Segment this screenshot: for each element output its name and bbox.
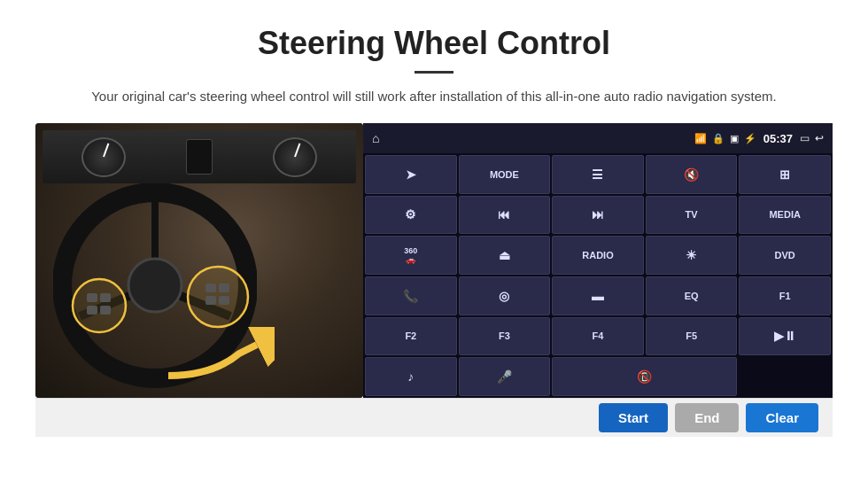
svg-rect-9 <box>87 306 97 315</box>
list-icon: ☰ <box>592 167 603 182</box>
next-icon: ⏭ <box>592 207 604 222</box>
svg-point-5 <box>73 279 126 332</box>
btn-eq[interactable]: EQ <box>646 276 738 315</box>
prev-icon: ⏮ <box>498 207 510 222</box>
panel-statusbar: ⌂ 📶 🔒 ▣ ⚡ 05:37 ▭ ↩ <box>363 123 833 153</box>
btn-f2[interactable]: F2 <box>365 317 457 356</box>
btn-nav[interactable]: ➤ <box>365 155 457 194</box>
btn-mic[interactable]: 🎤 <box>459 357 551 396</box>
btn-list[interactable]: ☰ <box>552 155 644 194</box>
eject-icon: ⏏ <box>499 248 510 262</box>
dash-icon: ▬ <box>592 289 604 303</box>
btn-eject[interactable]: ⏏ <box>459 236 551 275</box>
mode-label: MODE <box>490 169 519 180</box>
start-button[interactable]: Start <box>599 403 668 432</box>
btn-mode[interactable]: MODE <box>459 155 551 194</box>
bottom-bar: Start End Clear <box>35 398 833 437</box>
end-button[interactable]: End <box>675 403 739 432</box>
f1-label: F1 <box>779 291 791 301</box>
brightness-icon: ☀ <box>686 248 697 262</box>
btn-media[interactable]: MEDIA <box>739 196 831 235</box>
status-time: 05:37 <box>763 132 793 145</box>
page-title: Steering Wheel Control <box>35 25 833 62</box>
btn-prev[interactable]: ⏮ <box>459 196 551 235</box>
status-extra: ▭ ↩ <box>800 132 824 144</box>
control-panel: ⌂ 📶 🔒 ▣ ⚡ 05:37 ▭ ↩ ➤ MODE ☰ <box>363 123 833 398</box>
btn-music[interactable]: ♪ <box>365 357 457 396</box>
status-icons: 📶 🔒 ▣ ⚡ <box>694 133 756 144</box>
btn-next[interactable]: ⏭ <box>552 196 644 235</box>
btn-callend[interactable]: 📵 <box>552 357 737 396</box>
swipe-icon: ◎ <box>499 289 509 303</box>
mute-icon: 🔇 <box>684 167 699 182</box>
radio-label: RADIO <box>582 250 613 260</box>
home-icon: ⌂ <box>372 131 379 145</box>
playpause-icon: ▶⏸ <box>774 329 796 343</box>
btn-tv[interactable]: TV <box>646 196 738 235</box>
svg-point-6 <box>188 267 248 327</box>
phone-icon: 📞 <box>403 289 418 303</box>
svg-rect-10 <box>100 306 111 315</box>
svg-rect-8 <box>100 293 111 302</box>
btn-dash[interactable]: ▬ <box>552 276 644 315</box>
btn-f1[interactable]: F1 <box>739 276 831 315</box>
tv-label: TV <box>686 209 698 220</box>
nav-icon: ➤ <box>406 167 416 182</box>
btn-apps[interactable]: ⊞ <box>739 155 831 194</box>
svg-rect-12 <box>219 284 229 292</box>
subtitle: Your original car's steering wheel contr… <box>35 86 833 107</box>
media-label: MEDIA <box>769 209 800 220</box>
btn-brightness[interactable]: ☀ <box>646 236 738 275</box>
bt-icon: ⚡ <box>744 133 756 144</box>
svg-rect-11 <box>205 284 216 292</box>
sd-icon: ▣ <box>730 133 739 144</box>
clear-button[interactable]: Clear <box>746 403 818 432</box>
svg-rect-13 <box>205 296 216 305</box>
steering-wheel-image <box>35 123 363 398</box>
btn-radio[interactable]: RADIO <box>552 236 644 275</box>
btn-mute[interactable]: 🔇 <box>646 155 738 194</box>
settings-icon: ⚙ <box>405 207 416 222</box>
btn-f5[interactable]: F5 <box>646 317 738 356</box>
wifi-icon: 📶 <box>694 133 707 144</box>
f3-label: F3 <box>499 330 510 341</box>
f4-label: F4 <box>593 330 604 341</box>
dashboard <box>43 130 356 183</box>
btn-dvd[interactable]: DVD <box>739 236 831 275</box>
page-container: Steering Wheel Control Your original car… <box>0 0 868 437</box>
callend-icon: 📵 <box>637 369 652 384</box>
title-section: Steering Wheel Control Your original car… <box>35 25 833 107</box>
arrow-svg <box>159 327 275 389</box>
btn-phone[interactable]: 📞 <box>365 276 457 315</box>
content-area: ⌂ 📶 🔒 ▣ ⚡ 05:37 ▭ ↩ ➤ MODE ☰ <box>35 123 833 398</box>
btn-f3[interactable]: F3 <box>459 317 551 356</box>
eq-label: EQ <box>685 291 699 301</box>
apps-icon: ⊞ <box>779 167 790 182</box>
music-icon: ♪ <box>407 369 414 384</box>
btn-swipe[interactable]: ◎ <box>459 276 551 315</box>
title-divider <box>415 71 453 74</box>
back-icon: ↩ <box>815 132 824 144</box>
mic-icon: 🎤 <box>497 369 512 384</box>
btn-360[interactable]: 360🚗 <box>365 236 457 275</box>
btn-f4[interactable]: F4 <box>552 317 644 356</box>
dvd-label: DVD <box>775 250 795 260</box>
screen-icon: ▭ <box>800 132 810 144</box>
btn-playpause[interactable]: ▶⏸ <box>739 317 831 356</box>
btn-settings[interactable]: ⚙ <box>365 196 457 235</box>
f2-label: F2 <box>405 330 416 341</box>
gauge-left <box>81 137 126 177</box>
svg-rect-7 <box>87 293 97 302</box>
gauge-right <box>273 137 317 177</box>
panel-grid: ➤ MODE ☰ 🔇 ⊞ ⚙ ⏮ ⏭ TV MEDIA 360🚗 ⏏ RADIO… <box>363 153 833 398</box>
360-label: 360🚗 <box>404 246 417 264</box>
lock-icon: 🔒 <box>712 133 725 144</box>
svg-rect-14 <box>219 296 229 305</box>
f5-label: F5 <box>686 330 697 341</box>
svg-point-4 <box>128 259 182 312</box>
